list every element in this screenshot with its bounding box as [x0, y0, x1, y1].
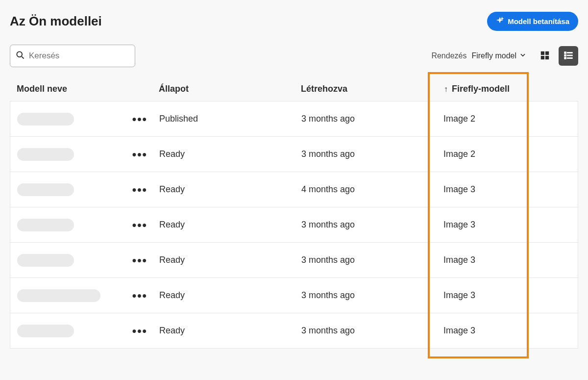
column-header-created[interactable]: Létrehozva — [301, 84, 424, 94]
status-cell: Ready — [159, 220, 301, 230]
table-row[interactable]: •••Ready3 months agoImage 3 — [10, 207, 578, 243]
status-cell: Ready — [159, 149, 301, 159]
model-name-placeholder — [17, 113, 74, 126]
sparkle-icon — [496, 17, 504, 26]
created-cell: 3 months ago — [301, 290, 424, 301]
table-row[interactable]: •••Ready3 months agoImage 3 — [10, 278, 578, 313]
search-input[interactable] — [25, 48, 137, 64]
page-title: Az Ön modellei — [10, 14, 102, 29]
table-row[interactable]: •••Ready3 months agoImage 3 — [10, 313, 578, 349]
sort-select[interactable]: Firefly model — [471, 51, 526, 60]
created-cell: 3 months ago — [301, 326, 424, 336]
created-cell: 3 months ago — [301, 114, 424, 124]
model-name-placeholder — [17, 219, 74, 231]
train-model-button-label: Modell betanítása — [508, 17, 569, 25]
firefly-model-cell: Image 3 — [424, 255, 571, 265]
status-cell: Ready — [159, 326, 301, 336]
table-row[interactable]: •••Ready4 months agoImage 3 — [10, 172, 578, 207]
model-name-placeholder — [17, 254, 74, 267]
svg-point-0 — [17, 51, 22, 57]
created-cell: 3 months ago — [301, 149, 424, 159]
created-cell: 4 months ago — [301, 184, 424, 195]
search-field[interactable] — [10, 45, 135, 67]
column-header-firefly[interactable]: ↑ Firefly-modell — [424, 84, 571, 94]
svg-rect-4 — [541, 55, 544, 59]
column-header-name[interactable]: Modell neve — [17, 84, 159, 94]
model-name-placeholder — [17, 148, 74, 161]
created-cell: 3 months ago — [301, 220, 424, 230]
svg-rect-10 — [564, 57, 566, 59]
svg-rect-11 — [567, 57, 572, 58]
firefly-model-cell: Image 2 — [424, 114, 571, 124]
more-actions-button[interactable]: ••• — [132, 218, 147, 232]
svg-rect-3 — [545, 51, 549, 54]
grid-view-button[interactable] — [535, 46, 555, 66]
status-cell: Published — [159, 114, 301, 124]
model-name-placeholder — [17, 183, 74, 196]
svg-rect-9 — [567, 55, 572, 56]
created-cell: 3 months ago — [301, 255, 424, 265]
grid-icon — [539, 50, 550, 62]
search-icon — [15, 50, 25, 62]
column-header-status[interactable]: Állapot — [159, 84, 301, 94]
firefly-model-cell: Image 3 — [424, 326, 571, 336]
status-cell: Ready — [159, 255, 301, 265]
firefly-model-cell: Image 3 — [424, 220, 571, 230]
svg-rect-8 — [564, 54, 566, 56]
firefly-model-cell: Image 3 — [424, 184, 571, 195]
more-actions-button[interactable]: ••• — [132, 289, 147, 303]
more-actions-button[interactable]: ••• — [132, 112, 147, 126]
table-row[interactable]: •••Published3 months agoImage 2 — [10, 101, 578, 137]
svg-rect-2 — [541, 51, 544, 54]
train-model-button[interactable]: Modell betanítása — [487, 12, 578, 31]
svg-rect-7 — [567, 52, 572, 53]
model-name-placeholder — [17, 325, 74, 337]
table-row[interactable]: •••Ready3 months agoImage 2 — [10, 137, 578, 172]
list-view-button[interactable] — [559, 46, 578, 66]
table-header: Modell neve Állapot Létrehozva ↑ Firefly… — [10, 81, 578, 101]
more-actions-button[interactable]: ••• — [132, 183, 147, 197]
column-header-firefly-label: Firefly-modell — [452, 84, 510, 94]
chevron-down-icon — [519, 51, 526, 60]
svg-rect-5 — [545, 55, 549, 59]
status-cell: Ready — [159, 184, 301, 195]
firefly-model-cell: Image 3 — [424, 290, 571, 301]
table-row[interactable]: •••Ready3 months agoImage 3 — [10, 243, 578, 278]
sort-ascending-icon: ↑ — [444, 85, 448, 94]
svg-rect-6 — [564, 51, 566, 53]
model-name-placeholder — [17, 289, 100, 302]
more-actions-button[interactable]: ••• — [132, 148, 147, 161]
firefly-model-cell: Image 2 — [424, 149, 571, 159]
list-icon — [563, 50, 574, 62]
sort-label: Rendezés — [431, 51, 466, 60]
svg-line-1 — [22, 56, 24, 58]
more-actions-button[interactable]: ••• — [132, 324, 147, 338]
status-cell: Ready — [159, 290, 301, 301]
more-actions-button[interactable]: ••• — [132, 253, 147, 267]
sort-selected-value: Firefly model — [471, 51, 516, 60]
